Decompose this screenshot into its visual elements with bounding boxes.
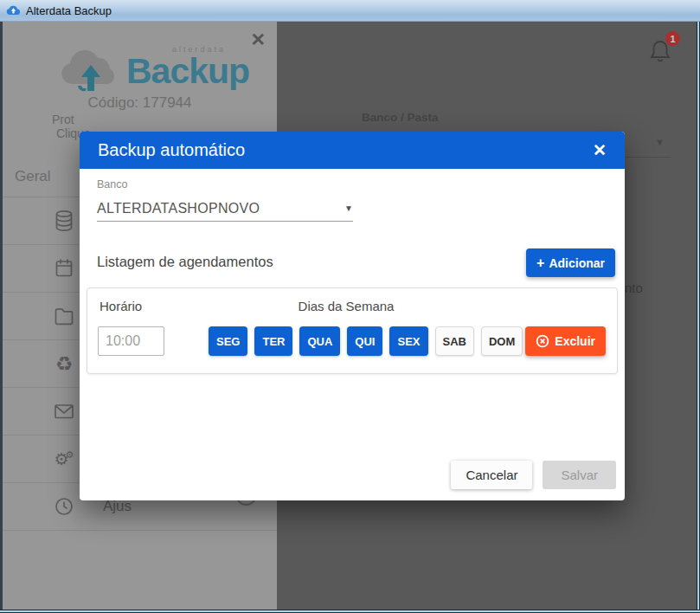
window-border-left: [0, 22, 3, 613]
day-toggle-qui[interactable]: QUI: [347, 326, 382, 356]
excluir-button-label: Excluir: [555, 334, 595, 348]
day-toggle-seg[interactable]: SEG: [209, 326, 247, 356]
plus-icon: +: [536, 255, 544, 271]
database-icon: [51, 210, 77, 232]
logo-cloud-icon: [56, 46, 124, 96]
salvar-button[interactable]: Salvar: [543, 461, 616, 489]
day-toggle-sex[interactable]: SEX: [389, 326, 427, 356]
excluir-button[interactable]: Excluir: [525, 326, 606, 356]
day-toggle-sab[interactable]: SAB: [435, 326, 474, 356]
recycle-icon: ♻: [51, 352, 77, 375]
dias-da-semana-label: Dias da Semana: [209, 299, 484, 313]
app-cloud-icon: [6, 4, 21, 16]
day-toggle-qua[interactable]: QUA: [299, 326, 340, 356]
banco-field-label: Banco: [97, 178, 127, 190]
backup-automatico-dialog: Backup automático ✕ Banco ALTERDATASHOPN…: [80, 132, 625, 500]
dialog-title: Backup automático: [98, 140, 245, 160]
horario-input[interactable]: [98, 326, 164, 356]
app-window: Alterdata Backup ✕ ✕ alterdata Backup Có…: [0, 0, 700, 613]
envelope-icon: [51, 400, 77, 423]
folder-icon: [51, 305, 77, 327]
sidebar-section-geral: Geral: [15, 168, 51, 185]
dialog-header: Backup automático ✕: [80, 132, 625, 169]
circle-x-icon: [536, 334, 549, 348]
notification-badge: 1: [665, 31, 680, 46]
calendar-icon: [51, 257, 77, 280]
chevron-down-icon: ▼: [344, 203, 353, 213]
codigo-label: Código: 177944: [3, 94, 277, 112]
logo-backup-text: Backup: [126, 51, 249, 92]
banco-select[interactable]: ALTERDATASHOPNOVO ▼: [97, 196, 353, 222]
dialog-footer: Cancelar Salvar: [451, 461, 616, 489]
window-border-bottom: [0, 610, 700, 613]
sidebar-item-label: Ajus: [103, 498, 132, 515]
dialog-close-icon[interactable]: ✕: [593, 142, 607, 158]
drawer-close-icon[interactable]: ✕: [250, 30, 266, 48]
window-border-right: [697, 22, 700, 613]
banco-select-value: ALTERDATASHOPNOVO: [97, 201, 260, 216]
gears-icon: ⚙⚙: [51, 448, 77, 470]
day-toggle-dom[interactable]: DOM: [481, 326, 523, 356]
day-toggle-ter[interactable]: TER: [254, 326, 292, 356]
promo-text-line1: Prot: [52, 113, 74, 126]
weekday-toggle-group: SEG TER QUA QUI SEX SAB DOM: [209, 326, 523, 356]
horario-label: Horário: [100, 299, 142, 313]
cancelar-button[interactable]: Cancelar: [451, 461, 532, 489]
schedule-card: Horário Dias da Semana SEG TER QUA QUI S…: [87, 287, 618, 374]
clock-icon: [51, 495, 77, 518]
background-text-fragment: nto: [625, 281, 643, 295]
adicionar-button-label: Adicionar: [549, 256, 605, 270]
window-title: Alterdata Backup: [26, 4, 112, 17]
background-dropdown-caret-icon[interactable]: ▼: [655, 137, 665, 147]
adicionar-button[interactable]: + Adicionar: [526, 248, 615, 277]
banco-pasta-label: Banco / Pasta: [362, 111, 439, 124]
listagem-heading: Listagem de agendamentos: [97, 254, 273, 270]
window-titlebar: Alterdata Backup: [0, 0, 700, 22]
notification-count: 1: [670, 34, 675, 44]
